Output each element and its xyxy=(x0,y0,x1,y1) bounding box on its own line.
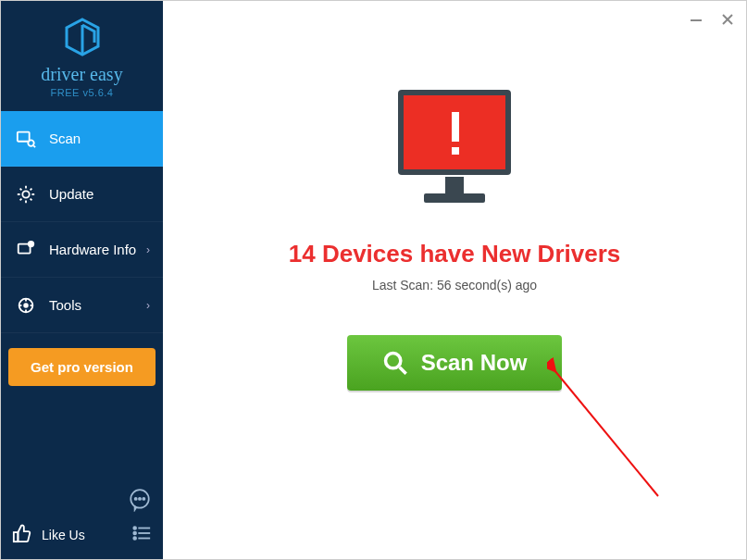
scan-icon xyxy=(14,129,38,149)
close-icon xyxy=(721,13,734,26)
svg-line-3 xyxy=(33,145,35,147)
sidebar-nav: Scan Update i xyxy=(1,111,163,333)
scan-now-label: Scan Now xyxy=(421,350,528,376)
minimize-icon xyxy=(690,13,703,26)
menu-button[interactable] xyxy=(131,523,152,546)
sidebar-item-label: Hardware Info xyxy=(49,242,136,257)
thumbs-up-icon xyxy=(12,523,32,546)
svg-rect-30 xyxy=(445,177,464,193)
chevron-right-icon: › xyxy=(146,243,150,256)
sidebar-item-hardware-info[interactable]: i Hardware Info › xyxy=(1,222,163,278)
scan-now-button[interactable]: Scan Now xyxy=(347,335,563,391)
brand-block: driver easy FREE v5.6.4 xyxy=(1,1,163,111)
like-us-row: Like Us xyxy=(12,523,152,546)
chat-icon xyxy=(128,488,152,512)
sidebar-item-tools[interactable]: Tools › xyxy=(1,278,163,333)
svg-point-4 xyxy=(22,191,29,197)
menu-icon xyxy=(131,523,152,543)
like-us-button[interactable]: Like Us xyxy=(12,523,85,546)
svg-point-21 xyxy=(133,532,136,535)
hardware-info-icon: i xyxy=(14,240,38,260)
svg-point-23 xyxy=(133,537,136,540)
feedback-button[interactable] xyxy=(12,488,152,512)
last-scan-text: Last Scan: 56 second(s) ago xyxy=(372,278,537,292)
main-pane: 14 Devices have New Drivers Last Scan: 5… xyxy=(163,1,746,559)
alert-monitor-icon xyxy=(385,84,524,218)
sidebar-item-label: Update xyxy=(49,186,93,202)
scan-headline: 14 Devices have New Drivers xyxy=(289,240,620,268)
logo-icon xyxy=(61,16,104,58)
sidebar-item-update[interactable]: Update xyxy=(1,167,163,222)
window-controls xyxy=(685,8,739,31)
get-pro-button[interactable]: Get pro version xyxy=(8,348,156,386)
search-icon xyxy=(382,350,408,376)
close-button[interactable] xyxy=(716,8,739,31)
sidebar: driver easy FREE v5.6.4 Scan xyxy=(1,1,163,559)
get-pro-label: Get pro version xyxy=(31,359,133,375)
scan-content: 14 Devices have New Drivers Last Scan: 5… xyxy=(163,1,746,391)
svg-point-34 xyxy=(385,354,400,368)
tools-icon xyxy=(14,295,38,316)
like-us-label: Like Us xyxy=(42,528,85,542)
svg-rect-33 xyxy=(452,147,459,155)
svg-rect-32 xyxy=(452,112,459,142)
svg-point-13 xyxy=(24,304,28,307)
svg-point-2 xyxy=(28,140,33,145)
brand-subtitle: FREE v5.6.4 xyxy=(51,87,114,98)
svg-line-35 xyxy=(399,367,405,374)
app-window: driver easy FREE v5.6.4 Scan xyxy=(1,1,746,559)
svg-rect-18 xyxy=(14,532,19,541)
sidebar-item-label: Tools xyxy=(49,297,81,313)
svg-point-16 xyxy=(139,498,141,500)
update-icon xyxy=(14,184,38,205)
sidebar-footer: Like Us xyxy=(1,479,163,559)
svg-point-19 xyxy=(133,527,136,529)
sidebar-item-label: Scan xyxy=(49,131,81,146)
chevron-right-icon: › xyxy=(146,299,150,312)
svg-point-15 xyxy=(135,498,137,500)
minimize-button[interactable] xyxy=(685,8,707,31)
sidebar-item-scan[interactable]: Scan xyxy=(1,111,163,167)
brand-name: driver easy xyxy=(41,64,122,85)
svg-rect-1 xyxy=(18,131,30,141)
svg-rect-31 xyxy=(424,193,485,203)
svg-point-17 xyxy=(143,498,144,500)
